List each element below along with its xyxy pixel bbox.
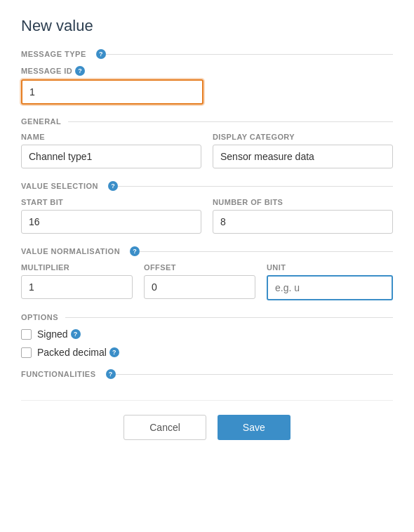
name-input[interactable] [21, 145, 201, 168]
value-normalisation-label: VALUE NORMALISATION [21, 247, 120, 255]
display-category-col: DISPLAY CATEGORY [213, 133, 393, 168]
start-bit-input[interactable] [21, 210, 201, 234]
page-container: New value MESSAGE TYPE ? MESSAGE ID ? GE… [0, 0, 414, 468]
value-selection-section: VALUE SELECTION ? START BIT NUMBER OF BI… [21, 181, 393, 234]
options-section: OPTIONS Signed ? Packed decimal ? [21, 313, 393, 358]
value-selection-header: VALUE SELECTION ? [21, 181, 393, 191]
general-header: GENERAL [21, 117, 393, 126]
value-selection-divider [118, 186, 393, 187]
footer-buttons: Cancel Save [21, 400, 393, 440]
functionalities-section: FUNCTIONALITIES ? [21, 369, 393, 379]
message-type-help-icon[interactable]: ? [96, 49, 106, 59]
message-type-section: MESSAGE TYPE ? MESSAGE ID ? [21, 49, 393, 105]
message-id-wrapper: MESSAGE ID ? [21, 66, 203, 105]
general-label: GENERAL [21, 117, 61, 126]
normalisation-row: MULTIPLIER OFFSET UNIT [21, 263, 393, 300]
name-col: NAME [21, 133, 201, 168]
number-of-bits-col: NUMBER OF BITS [213, 198, 393, 234]
value-normalisation-section: VALUE NORMALISATION ? MULTIPLIER OFFSET … [21, 246, 393, 300]
message-id-label: MESSAGE ID ? [21, 66, 203, 76]
unit-col: UNIT [267, 263, 393, 300]
message-type-label: MESSAGE TYPE [21, 50, 86, 58]
value-selection-label: VALUE SELECTION [21, 182, 98, 190]
display-category-input[interactable] [213, 145, 393, 168]
multiplier-input[interactable] [21, 275, 133, 299]
page-title: New value [21, 17, 393, 35]
name-label: NAME [21, 133, 201, 141]
value-selection-row: START BIT NUMBER OF BITS [21, 198, 393, 234]
number-of-bits-input[interactable] [213, 210, 393, 234]
packed-decimal-checkbox[interactable] [21, 347, 32, 358]
packed-decimal-label[interactable]: Packed decimal ? [37, 347, 119, 358]
general-divider [68, 121, 393, 122]
general-row: NAME DISPLAY CATEGORY [21, 133, 393, 168]
number-of-bits-label: NUMBER OF BITS [213, 198, 393, 206]
offset-col: OFFSET [144, 263, 255, 300]
message-type-header: MESSAGE TYPE ? [21, 49, 393, 59]
functionalities-header: FUNCTIONALITIES ? [21, 369, 393, 379]
options-label: OPTIONS [21, 313, 58, 321]
message-id-input[interactable] [21, 79, 203, 105]
value-normalisation-divider [140, 251, 393, 252]
options-header: OPTIONS [21, 313, 393, 321]
start-bit-label: START BIT [21, 198, 201, 206]
functionalities-help-icon[interactable]: ? [106, 369, 116, 379]
message-type-divider [106, 54, 393, 55]
value-normalisation-help-icon[interactable]: ? [130, 246, 140, 256]
functionalities-label: FUNCTIONALITIES [21, 370, 96, 378]
signed-checkbox[interactable] [21, 329, 32, 340]
offset-label: OFFSET [144, 263, 255, 272]
options-divider [65, 317, 393, 318]
packed-decimal-row: Packed decimal ? [21, 347, 393, 358]
multiplier-label: MULTIPLIER [21, 263, 133, 272]
message-id-help-icon[interactable]: ? [75, 66, 85, 76]
packed-decimal-help-icon[interactable]: ? [109, 347, 119, 357]
save-button[interactable]: Save [218, 415, 291, 440]
signed-row: Signed ? [21, 328, 393, 340]
cancel-button[interactable]: Cancel [123, 415, 206, 440]
general-section: GENERAL NAME DISPLAY CATEGORY [21, 117, 393, 168]
unit-label: UNIT [267, 263, 393, 272]
unit-input[interactable] [267, 275, 393, 300]
start-bit-col: START BIT [21, 198, 201, 234]
offset-input[interactable] [144, 275, 255, 299]
functionalities-divider [116, 374, 394, 375]
multiplier-col: MULTIPLIER [21, 263, 133, 300]
display-category-label: DISPLAY CATEGORY [213, 133, 393, 141]
signed-help-icon[interactable]: ? [71, 329, 81, 339]
value-selection-help-icon[interactable]: ? [108, 181, 118, 191]
signed-label[interactable]: Signed ? [37, 328, 81, 340]
value-normalisation-header: VALUE NORMALISATION ? [21, 246, 393, 256]
